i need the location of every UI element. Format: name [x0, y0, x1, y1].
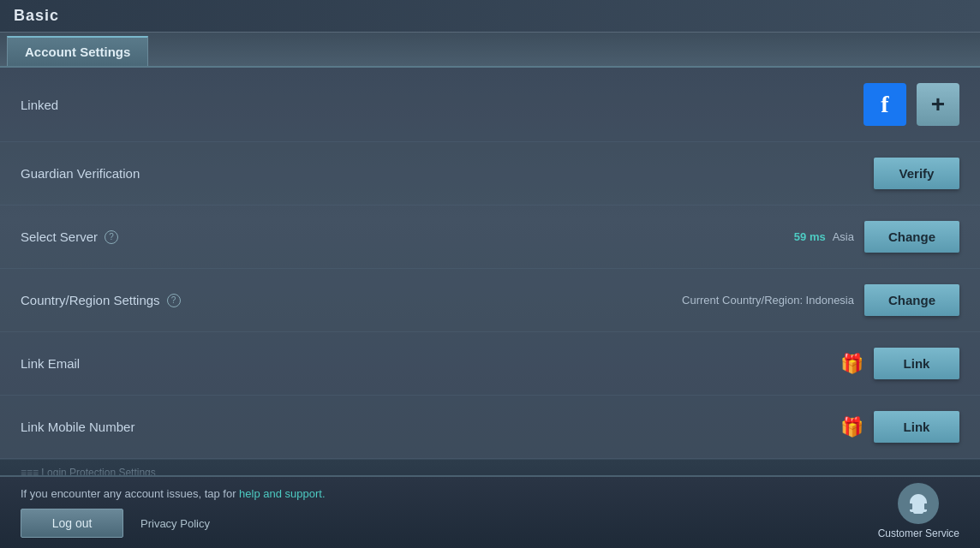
verify-button[interactable]: Verify — [874, 158, 959, 189]
customer-service-label: Customer Service — [878, 527, 959, 539]
headset-icon — [898, 483, 939, 524]
help-support-link[interactable]: help and support. — [239, 487, 325, 500]
link-mobile-button[interactable]: Link — [874, 411, 959, 443]
mobile-gift-icon: 🎁 — [840, 416, 863, 438]
add-account-button[interactable]: + — [917, 83, 959, 126]
change-country-button[interactable]: Change — [864, 284, 959, 316]
content-area: Linked f + Guardian Verification Verify — [0, 68, 980, 475]
email-gift-icon: 🎁 — [840, 353, 863, 375]
row-label-linked: Linked — [21, 98, 863, 112]
bottom-bar: If you encounter any account issues, tap… — [0, 475, 980, 548]
latency-badge: 59 ms — [794, 230, 826, 243]
row-right-linked: f + — [863, 83, 959, 126]
link-email-button[interactable]: Link — [874, 348, 959, 379]
country-help-icon[interactable]: ? — [167, 294, 181, 307]
settings-row-server: Select Server ? 59 ms Asia Change — [0, 206, 980, 269]
partial-login-protection-row: ≡≡≡ Login Protection Settings — [0, 459, 980, 475]
main-container: Basic Account Settings Linked f + — [0, 0, 980, 548]
change-server-button[interactable]: Change — [864, 221, 959, 253]
row-right-link-email: 🎁 Link — [840, 348, 959, 379]
tab-bar: Account Settings — [0, 33, 980, 68]
logout-button[interactable]: Log out — [21, 509, 123, 538]
row-label-link-email: Link Email — [21, 356, 840, 371]
row-right-server: 59 ms Asia Change — [794, 221, 959, 253]
customer-service-button[interactable]: Customer Service — [878, 483, 959, 539]
row-label-server: Select Server ? — [21, 229, 794, 244]
row-right-country: Current Country/Region: Indonesia Change — [682, 284, 959, 316]
bottom-actions: Log out Privacy Policy — [21, 509, 959, 538]
privacy-policy-link[interactable]: Privacy Policy — [140, 517, 210, 530]
page-title-bar: Basic — [0, 0, 980, 33]
partial-fade — [0, 460, 980, 475]
page-title: Basic — [14, 7, 59, 24]
bottom-left: If you encounter any account issues, tap… — [21, 487, 959, 538]
facebook-button[interactable]: f — [863, 83, 906, 126]
row-label-link-mobile: Link Mobile Number — [21, 420, 840, 434]
region-text: Asia — [833, 230, 854, 243]
current-country-text: Current Country/Region: Indonesia — [682, 294, 854, 307]
row-right-link-mobile: 🎁 Link — [840, 411, 959, 443]
server-info: 59 ms Asia — [794, 230, 854, 243]
settings-row-link-mobile: Link Mobile Number 🎁 Link — [0, 396, 980, 459]
row-label-guardian: Guardian Verification — [21, 166, 874, 181]
settings-row-link-email: Link Email 🎁 Link — [0, 332, 980, 396]
settings-row-country: Country/Region Settings ? Current Countr… — [0, 269, 980, 332]
row-right-guardian: Verify — [874, 158, 959, 189]
server-help-icon[interactable]: ? — [105, 230, 118, 244]
support-text: If you encounter any account issues, tap… — [21, 487, 959, 500]
settings-row-linked: Linked f + — [0, 68, 980, 142]
tab-account-settings[interactable]: Account Settings — [7, 36, 148, 66]
row-label-country: Country/Region Settings ? — [21, 293, 682, 307]
settings-row-guardian: Guardian Verification Verify — [0, 142, 980, 206]
